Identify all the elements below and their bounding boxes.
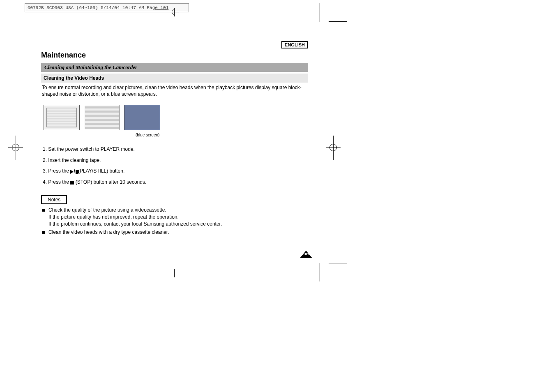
step-3-post: (PLAY/STILL) button. bbox=[78, 168, 124, 174]
slug-text-b: e 101 bbox=[155, 5, 168, 10]
notes-label: Notes bbox=[41, 195, 67, 204]
step-4: 4. Press the (STOP) button after 10 seco… bbox=[43, 177, 308, 187]
note-line: If the problem continues, contact your l… bbox=[48, 221, 308, 228]
slug-text-a: 00792B SCD903 USA (64~109) 5/14/04 10:47… bbox=[28, 5, 155, 10]
sub-heading: Cleaning the Video Heads bbox=[41, 74, 308, 83]
crop-mark bbox=[329, 263, 347, 263]
example-image-normal bbox=[44, 105, 80, 130]
steps-list: 1. Set the power switch to PLAYER mode. … bbox=[43, 144, 308, 187]
step-2: 2. Insert the cleaning tape. bbox=[43, 155, 308, 166]
page-content: ENGLISH Maintenance Cleaning and Maintai… bbox=[41, 41, 308, 237]
page-number-badge: 101 bbox=[300, 251, 312, 258]
crop-mark bbox=[329, 21, 347, 22]
registration-mark bbox=[170, 269, 179, 277]
intro-paragraph: To ensure normal recording and clear pic… bbox=[41, 83, 308, 99]
example-images-row bbox=[44, 105, 308, 130]
page-title: Maintenance bbox=[41, 51, 308, 60]
crop-mark bbox=[16, 136, 16, 160]
notes-list: Check the quality of the picture using a… bbox=[41, 207, 308, 236]
step-4-pre: 4. Press the bbox=[43, 179, 70, 185]
crop-mark bbox=[320, 263, 320, 281]
crop-mark bbox=[8, 148, 23, 148]
play-still-icon: / bbox=[70, 166, 76, 177]
crop-mark bbox=[320, 3, 320, 22]
note-item: Clean the video heads with a dry type ca… bbox=[41, 229, 308, 236]
note-item: Check the quality of the picture using a… bbox=[41, 207, 308, 228]
example-image-blue-screen bbox=[124, 105, 160, 130]
note-line: Check the quality of the picture using a… bbox=[48, 207, 308, 214]
section-heading: Cleaning and Maintaining the Camcorder bbox=[41, 63, 308, 72]
step-4-post: (STOP) button after 10 seconds. bbox=[76, 179, 147, 185]
crop-mark bbox=[326, 148, 341, 148]
page-number: 101 bbox=[300, 252, 312, 256]
step-1: 1. Set the power switch to PLAYER mode. bbox=[43, 144, 308, 154]
note-line: If the picture quality has not improved,… bbox=[48, 214, 308, 221]
example-image-noise bbox=[84, 105, 120, 130]
stop-icon bbox=[70, 181, 74, 184]
language-badge: ENGLISH bbox=[281, 41, 308, 48]
print-slug-bar: 00792B SCD903 USA (64~109) 5/14/04 10:47… bbox=[25, 3, 189, 12]
crop-mark bbox=[333, 136, 334, 160]
registration-mark bbox=[170, 8, 179, 16]
blue-screen-caption: (blue screen) bbox=[136, 133, 308, 137]
step-3: 3. Press the / (PLAY/STILL) button. bbox=[43, 166, 308, 177]
step-3-pre: 3. Press the bbox=[43, 168, 70, 174]
